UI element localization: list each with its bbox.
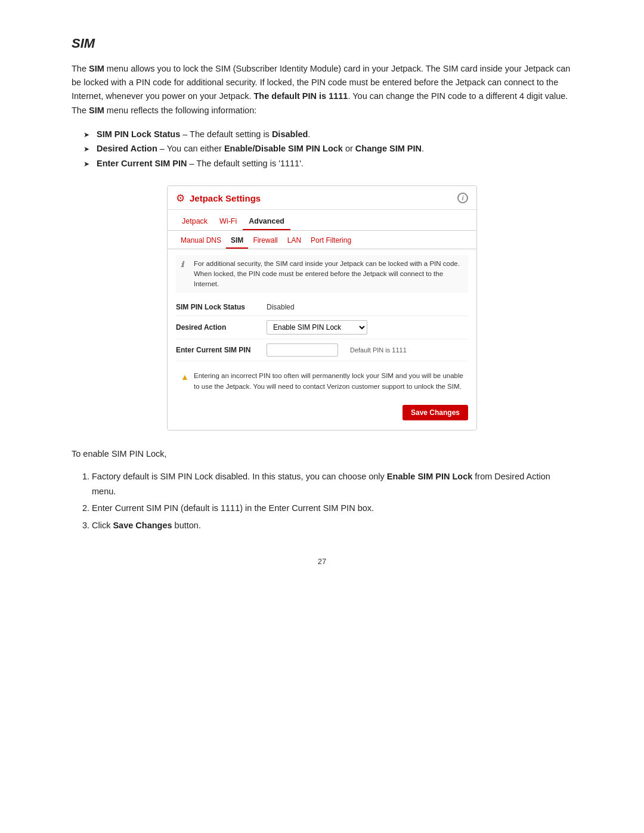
step-3: Click Save Changes button. [92,518,572,533]
subtab-firewall[interactable]: Firewall [248,234,282,249]
enable-sim-steps: Factory default is SIM PIN Lock disabled… [92,469,572,533]
warning-triangle-icon: ▲ [181,371,190,392]
sim-info-text: For additional security, the SIM card in… [194,259,463,290]
sim-warning-text: Entering an incorrect PIN too often will… [194,371,463,392]
tab-jetpack[interactable]: Jetpack [176,215,213,230]
save-button-row: Save Changes [168,401,476,422]
page-title: SIM [72,36,572,51]
tab-wifi[interactable]: Wi-Fi [213,215,243,230]
desired-action-select[interactable]: Enable SIM PIN Lock Disable SIM PIN Lock… [267,320,367,335]
bullet-3: Enter Current SIM PIN – The default sett… [83,156,572,171]
feature-list: SIM PIN Lock Status – The default settin… [83,127,572,171]
subtab-port-filtering[interactable]: Port Filtering [306,234,356,249]
desired-action-row: Desired Action Enable SIM PIN Lock Disab… [176,316,468,339]
sim-pin-lock-status-value: Disabled [267,303,295,311]
sim-warning-box: ▲ Entering an incorrect PIN too often wi… [176,367,468,395]
subtab-sim[interactable]: SIM [226,234,248,249]
subtab-lan[interactable]: LAN [283,234,306,249]
sim-form: SIM PIN Lock Status Disabled Desired Act… [168,299,476,361]
sim-info-box: ℹ For additional security, the SIM card … [176,255,468,293]
enable-sim-intro: To enable SIM PIN Lock, [72,447,572,461]
bullet-2: Desired Action – You can either Enable/D… [83,141,572,156]
page-number: 27 [72,557,572,566]
enter-sim-pin-row: Enter Current SIM PIN Default PIN is 111… [176,339,468,361]
default-pin-hint: Default PIN is 1111 [350,346,407,354]
bullet-1: SIM PIN Lock Status – The default settin… [83,127,572,142]
jetpack-settings-panel: ⚙ Jetpack Settings i Jetpack Wi-Fi Advan… [167,185,477,431]
save-changes-button[interactable]: Save Changes [402,405,468,420]
info-icon[interactable]: i [457,193,468,203]
subtab-manual-dns[interactable]: Manual DNS [176,234,226,249]
sim-pin-lock-status-label: SIM PIN Lock Status [176,303,259,311]
main-tabs: Jetpack Wi-Fi Advanced [168,210,476,231]
enter-sim-pin-input[interactable] [267,343,338,357]
info-box-icon: ℹ [181,259,190,290]
desired-action-label: Desired Action [176,323,259,332]
panel-header-left: ⚙ Jetpack Settings [176,192,261,205]
panel-title: Jetpack Settings [190,193,261,203]
sub-tabs: Manual DNS SIM Firewall LAN Port Filteri… [168,231,476,249]
panel-header: ⚙ Jetpack Settings i [168,186,476,210]
step-2: Enter Current SIM PIN (default is 1111) … [92,501,572,516]
step-1: Factory default is SIM PIN Lock disabled… [92,469,572,498]
intro-paragraph: The SIM menu allows you to lock the SIM … [72,62,572,117]
sim-pin-lock-status-row: SIM PIN Lock Status Disabled [176,299,468,316]
enter-sim-pin-label: Enter Current SIM PIN [176,346,259,354]
tab-advanced[interactable]: Advanced [243,215,290,230]
gear-icon: ⚙ [176,192,185,205]
